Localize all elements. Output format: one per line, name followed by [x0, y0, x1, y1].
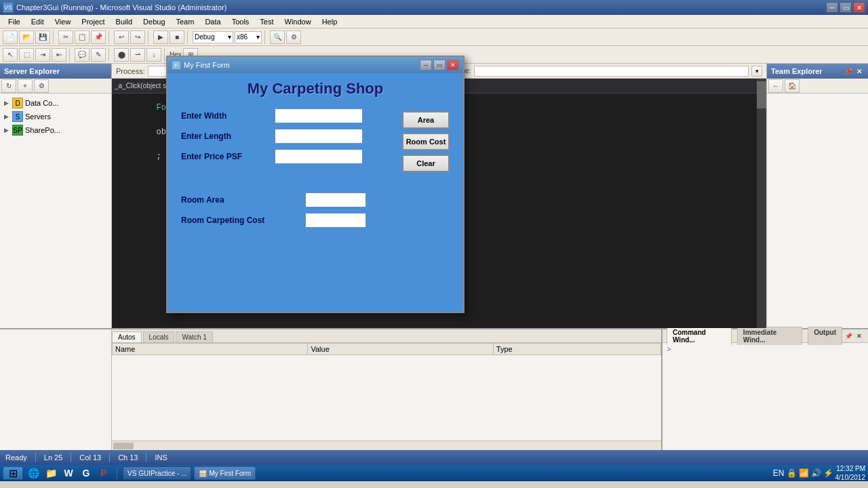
- form-close-btn[interactable]: ✕: [447, 60, 459, 70]
- tab-autos[interactable]: Autos: [112, 331, 142, 342]
- clock-time: 12:32 PM: [835, 464, 866, 473]
- server-explorer-content: ▶ D Data Co... ▶ S Servers ▶ SP SharePo.…: [0, 94, 111, 328]
- menu-view[interactable]: View: [50, 16, 77, 27]
- form-window-title: My First Form: [184, 61, 417, 69]
- stack-frame-input[interactable]: [474, 66, 749, 77]
- toolbar-cut[interactable]: ✂: [58, 30, 73, 44]
- toolbar-select[interactable]: ⬚: [19, 48, 34, 62]
- close-button[interactable]: ✕: [853, 2, 865, 13]
- server-explorer-settings[interactable]: ⚙: [34, 79, 49, 93]
- toolbar-find[interactable]: 🔍: [270, 30, 285, 44]
- taskbar-icon-ie[interactable]: 🌐: [26, 466, 41, 480]
- area-button[interactable]: Area: [402, 111, 450, 129]
- toolbar-save[interactable]: 💾: [35, 30, 50, 44]
- command-prompt: >: [667, 346, 864, 354]
- toolbar-outdent[interactable]: ⇤: [52, 48, 66, 62]
- tab-locals[interactable]: Locals: [143, 331, 175, 342]
- form-restore-btn[interactable]: ▭: [433, 60, 446, 70]
- shop-title: My Carpeting Shop: [181, 80, 450, 98]
- width-row: Enter Width: [181, 108, 395, 123]
- platform-combo[interactable]: x86 ▾: [235, 31, 262, 43]
- debug-combo[interactable]: Debug ▾: [193, 31, 233, 43]
- tree-item-dataconnections[interactable]: ▶ D Data Co...: [3, 96, 108, 110]
- room-cost-button[interactable]: Room Cost: [402, 133, 450, 150]
- bottom-table: Name Value Type: [112, 343, 661, 441]
- team-explorer-back[interactable]: ←: [768, 79, 783, 93]
- toolbar-stop[interactable]: ■: [170, 30, 184, 44]
- price-input[interactable]: [275, 149, 363, 164]
- sep6: [69, 48, 72, 62]
- toolbar-undo[interactable]: ↩: [114, 30, 129, 44]
- server-explorer-refresh[interactable]: ↻: [1, 79, 16, 93]
- server-explorer-add[interactable]: +: [18, 79, 33, 93]
- restore-button[interactable]: ▭: [840, 2, 852, 13]
- status-sep4: [146, 453, 146, 462]
- sharepoint-icon: SP: [12, 125, 23, 136]
- tab-watch1[interactable]: Watch 1: [176, 331, 212, 342]
- menu-window[interactable]: Window: [279, 16, 317, 27]
- toolbar-newfile[interactable]: 📄: [3, 30, 18, 44]
- toolbar-breakpoint[interactable]: ⬤: [114, 48, 129, 62]
- menu-help[interactable]: Help: [317, 16, 343, 27]
- team-explorer-header: Team Explorer 📌 ✕: [767, 64, 868, 79]
- status-ln: Ln 25: [44, 453, 63, 462]
- status-sep3: [109, 453, 110, 462]
- tree-item-servers[interactable]: ▶ S Servers: [3, 110, 108, 123]
- team-explorer-close[interactable]: ✕: [854, 66, 864, 76]
- tree-item-sharepoint[interactable]: ▶ SP SharePo...: [3, 123, 108, 137]
- bottom-hscroll[interactable]: [112, 441, 661, 450]
- menu-data[interactable]: Data: [199, 16, 226, 27]
- tray-icon2: 📶: [799, 468, 809, 478]
- toolbar-step-over[interactable]: ⇀: [130, 48, 145, 62]
- editor-scrollbar[interactable]: [757, 79, 766, 328]
- taskbar-btn-guipractice[interactable]: VS GUIPractice - ...: [123, 466, 191, 480]
- minimize-button[interactable]: ─: [826, 2, 838, 13]
- taskbar-icon-word[interactable]: W: [61, 466, 76, 480]
- toolbar-step-into[interactable]: ↓: [146, 48, 161, 62]
- toolbar-attach[interactable]: ⚙: [286, 30, 301, 44]
- menu-test[interactable]: Test: [254, 16, 279, 27]
- bottom-tabs: Autos Locals Watch 1: [112, 329, 661, 343]
- stack-frame-btn[interactable]: ▾: [751, 66, 762, 77]
- toolbar-comment[interactable]: 💬: [75, 48, 90, 62]
- taskbar-icon-g[interactable]: G: [79, 466, 94, 480]
- command-window-close[interactable]: ✕: [854, 331, 864, 341]
- length-input[interactable]: [275, 129, 363, 144]
- toolbar-arrow[interactable]: ↖: [3, 48, 18, 62]
- taskbar-icon-explorer[interactable]: 📁: [43, 466, 58, 480]
- room-area-output[interactable]: [305, 192, 366, 207]
- toolbar-uncomment[interactable]: ✎: [91, 48, 106, 62]
- sep3: [148, 30, 151, 44]
- menu-project[interactable]: Project: [76, 16, 110, 27]
- menu-edit[interactable]: Edit: [26, 16, 50, 27]
- taskbar-icon-p[interactable]: P: [96, 466, 111, 480]
- toolbar-open[interactable]: 📂: [19, 30, 34, 44]
- toolbar-copy[interactable]: 📋: [75, 30, 90, 44]
- toolbar-redo[interactable]: ↪: [130, 30, 145, 44]
- toolbar-indent[interactable]: ⇥: [35, 48, 50, 62]
- form-minimize-btn[interactable]: ─: [420, 60, 432, 70]
- toolbar-row-1: 📄 📂 💾 ✂ 📋 📌 ↩ ↪ ▶ ■ Debug ▾ x86 ▾ 🔍 ⚙: [0, 28, 868, 46]
- toolbar-paste[interactable]: 📌: [91, 30, 106, 44]
- command-window-btns: 📌 ✕: [844, 331, 864, 341]
- tab-output[interactable]: Output: [808, 327, 842, 345]
- start-button[interactable]: ⊞: [3, 466, 23, 480]
- room-cost-output[interactable]: [305, 213, 366, 228]
- menu-tools[interactable]: Tools: [226, 16, 255, 27]
- toolbar-start[interactable]: ▶: [153, 30, 168, 44]
- menu-build[interactable]: Build: [111, 16, 138, 27]
- menu-team[interactable]: Team: [171, 16, 200, 27]
- taskbar-btn-myfirstform[interactable]: 🪟 My First Form: [194, 466, 256, 480]
- team-explorer-pin[interactable]: 📌: [844, 66, 853, 76]
- tray-icons: EN 🔒 📶 🔊 ⚡: [773, 468, 833, 478]
- form-content: My Carpeting Shop Enter Width Enter Leng…: [167, 73, 463, 312]
- width-input[interactable]: [275, 108, 363, 123]
- tab-immediate[interactable]: Immediate Wind...: [737, 327, 802, 345]
- form-buttons: Area Room Cost Clear: [402, 111, 450, 172]
- tab-command[interactable]: Command Wind...: [667, 327, 732, 345]
- menu-debug[interactable]: Debug: [138, 16, 170, 27]
- command-window-pin[interactable]: 📌: [844, 331, 853, 341]
- menu-file[interactable]: File: [3, 16, 26, 27]
- clear-button[interactable]: Clear: [402, 155, 450, 172]
- team-explorer-home[interactable]: 🏠: [785, 79, 800, 93]
